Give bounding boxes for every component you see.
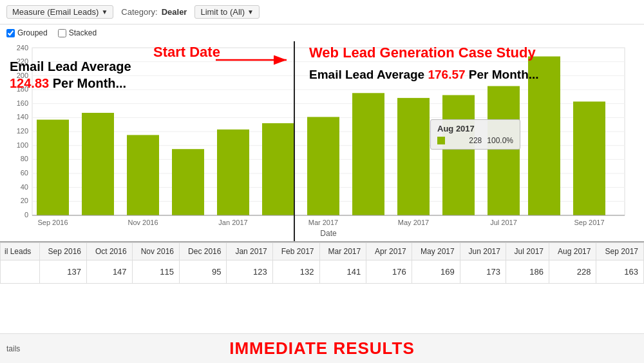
cell-2: 147 (87, 260, 133, 284)
bottom-bar: tails IMMEDIATE RESULTS (0, 333, 644, 363)
svg-rect-29 (127, 135, 159, 215)
col-header-10: Jun 2017 (460, 243, 506, 260)
col-header-7: Mar 2017 (319, 243, 366, 260)
svg-rect-28 (82, 113, 114, 215)
svg-rect-31 (217, 130, 249, 215)
svg-text:Jan 2017: Jan 2017 (218, 219, 247, 226)
col-header-6: Feb 2017 (272, 243, 319, 260)
svg-rect-33 (307, 117, 339, 215)
tooltip-color-swatch (437, 137, 445, 144)
svg-text:40: 40 (21, 183, 28, 191)
svg-text:80: 80 (21, 155, 28, 162)
svg-rect-34 (352, 93, 384, 215)
bar-chart: 240 220 200 180 160 140 120 100 80 60 40… (0, 41, 644, 241)
col-header-5: Jan 2017 (227, 243, 272, 260)
svg-text:220: 220 (17, 57, 28, 65)
grouped-label: Grouped (17, 28, 48, 37)
stacked-checkbox-label[interactable]: Stacked (58, 28, 97, 37)
svg-text:Sep 2017: Sep 2017 (574, 219, 604, 226)
svg-text:May 2017: May 2017 (398, 219, 429, 226)
svg-rect-37 (488, 86, 520, 216)
category-group: Category: Dealer (121, 7, 187, 17)
svg-text:0: 0 (24, 211, 28, 219)
chart-tooltip: Aug 2017 228 100.0% (430, 119, 520, 150)
svg-rect-35 (397, 98, 430, 215)
stacked-label: Stacked (69, 28, 97, 37)
data-table-area: il Leads Sep 2016 Oct 2016 Nov 2016 Dec … (0, 241, 644, 284)
col-header-12: Aug 2017 (549, 243, 596, 260)
cell-9: 169 (412, 260, 460, 284)
cell-10: 173 (460, 260, 506, 284)
col-header-9: May 2017 (412, 243, 460, 260)
limit-arrow-icon: ▼ (247, 8, 254, 15)
tooltip-title: Aug 2017 (437, 124, 513, 133)
data-table: il Leads Sep 2016 Oct 2016 Nov 2016 Dec … (0, 242, 644, 284)
table-header-row: il Leads Sep 2016 Oct 2016 Nov 2016 Dec … (1, 243, 644, 260)
immediate-results-label: IMMEDIATE RESULTS (229, 338, 415, 358)
col-header-13: Sep 2017 (596, 243, 644, 260)
svg-rect-27 (37, 120, 69, 215)
svg-text:200: 200 (17, 72, 28, 79)
svg-text:180: 180 (17, 85, 28, 93)
svg-rect-38 (528, 57, 560, 216)
svg-rect-39 (573, 102, 605, 216)
cell-6: 132 (272, 260, 319, 284)
grouped-checkbox-label[interactable]: Grouped (6, 28, 48, 37)
cell-1: 137 (39, 260, 86, 284)
tooltip-value: 228 (469, 136, 482, 145)
cell-4: 95 (180, 260, 227, 284)
measure-label: Measure (Email Leads) (12, 7, 99, 17)
col-header-3: Nov 2016 (132, 243, 179, 260)
tooltip-row: 228 100.0% (437, 136, 513, 145)
measure-arrow-icon: ▼ (101, 8, 108, 15)
measure-dropdown[interactable]: Measure (Email Leads) ▼ (6, 5, 113, 19)
toolbar: Measure (Email Leads) ▼ Category: Dealer… (0, 0, 644, 25)
svg-text:Mar 2017: Mar 2017 (308, 219, 338, 226)
tooltip-values: 228 100.0% (469, 136, 513, 145)
svg-text:Sep 2016: Sep 2016 (37, 219, 68, 226)
category-value: Dealer (162, 7, 187, 17)
col-header-0: il Leads (1, 243, 40, 260)
svg-text:60: 60 (21, 169, 28, 177)
table-row: 137 147 115 95 123 132 141 176 169 173 1… (1, 260, 644, 284)
svg-text:Date: Date (320, 229, 337, 238)
limit-dropdown[interactable]: Limit to (All) ▼ (194, 5, 260, 19)
col-header-8: Apr 2017 (366, 243, 412, 260)
svg-text:Nov 2016: Nov 2016 (128, 219, 158, 226)
tooltip-percent: 100.0% (487, 136, 513, 145)
svg-text:160: 160 (17, 99, 28, 107)
cell-7: 141 (319, 260, 366, 284)
cell-0 (1, 260, 40, 284)
cell-12: 228 (549, 260, 596, 284)
cell-3: 115 (132, 260, 179, 284)
cell-11: 186 (506, 260, 549, 284)
svg-text:100: 100 (17, 141, 28, 149)
category-label: Category: (121, 7, 157, 17)
stacked-checkbox[interactable] (58, 29, 66, 37)
col-header-1: Sep 2016 (39, 243, 86, 260)
svg-rect-32 (262, 123, 294, 215)
bottom-left-label: tails (6, 344, 20, 353)
svg-text:Jul 2017: Jul 2017 (490, 219, 517, 226)
limit-label: Limit to (All) (200, 7, 245, 17)
checkbox-row: Grouped Stacked (0, 25, 644, 41)
svg-rect-30 (172, 149, 204, 215)
col-header-4: Dec 2016 (180, 243, 227, 260)
svg-text:120: 120 (17, 127, 28, 135)
svg-text:20: 20 (21, 197, 28, 204)
cell-5: 123 (227, 260, 272, 284)
svg-text:140: 140 (17, 113, 28, 121)
grouped-checkbox[interactable] (6, 29, 15, 37)
col-header-11: Jul 2017 (506, 243, 549, 260)
start-date-line (294, 41, 295, 241)
cell-13: 163 (596, 260, 644, 284)
col-header-2: Oct 2016 (87, 243, 133, 260)
svg-text:240: 240 (17, 44, 28, 52)
svg-rect-36 (442, 95, 475, 216)
cell-8: 176 (366, 260, 412, 284)
